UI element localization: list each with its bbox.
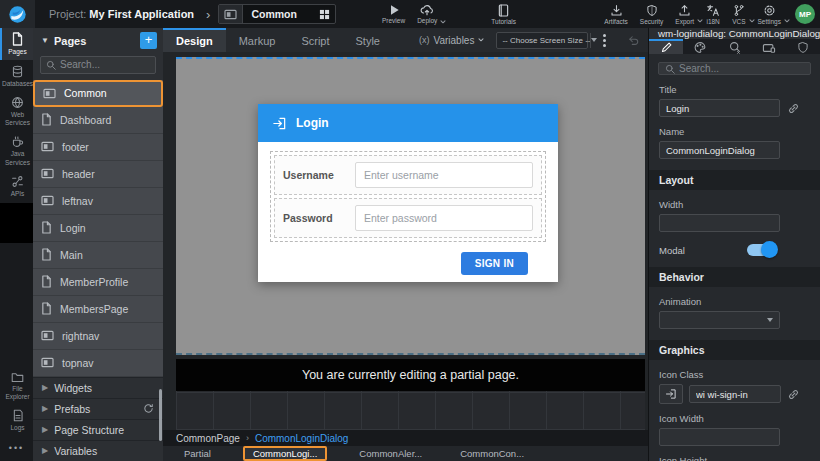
icon-width-input[interactable]: [659, 428, 780, 446]
tab-markup[interactable]: Markup: [226, 28, 289, 52]
section-prefabs[interactable]: ▶ Prefabs: [33, 398, 163, 419]
page-selector-value: Common: [243, 8, 319, 20]
tab-device[interactable]: [752, 39, 786, 54]
export-button[interactable]: Export: [669, 4, 700, 25]
login-dialog-widget[interactable]: Login Username Password SIGN IN: [258, 104, 558, 282]
tab-script[interactable]: Script: [288, 28, 342, 52]
page-item-main[interactable]: Main: [33, 242, 163, 269]
breadcrumb-parent[interactable]: CommonPage: [176, 433, 240, 444]
tab-partial[interactable]: Partial: [178, 448, 217, 459]
rail-item-apis[interactable]: APIs: [0, 171, 33, 203]
page-item-label: footer: [62, 141, 89, 153]
screen-size-select[interactable]: -- Choose Screen Size --: [496, 32, 588, 49]
pages-search[interactable]: [40, 56, 156, 74]
app-logo[interactable]: [0, 0, 35, 28]
section-widgets[interactable]: ▶ Widgets: [33, 377, 163, 398]
user-avatar[interactable]: MP: [795, 4, 815, 24]
page-item-memberprofile[interactable]: MemberProfile: [33, 269, 163, 296]
canvas-grid-area[interactable]: [176, 391, 645, 430]
section-variables[interactable]: ▶ Variables: [33, 440, 163, 461]
deploy-button[interactable]: Deploy: [411, 4, 443, 24]
tab-styles[interactable]: [683, 39, 717, 54]
shield-icon: [797, 41, 809, 54]
password-input[interactable]: [355, 205, 533, 231]
sign-in-button[interactable]: SIGN IN: [461, 252, 528, 275]
security-button[interactable]: Security: [634, 4, 669, 25]
settings-button[interactable]: Settings: [752, 4, 788, 25]
vcs-button[interactable]: VCS: [726, 4, 751, 25]
page-item-topnav[interactable]: topnav: [33, 350, 163, 377]
rail-label: Logs: [10, 424, 24, 432]
pages-scrollbar[interactable]: [159, 389, 162, 441]
rail-item-file-explorer[interactable]: File Explorer: [0, 367, 33, 405]
add-page-button[interactable]: +: [140, 32, 157, 49]
rail-item-databases[interactable]: Databases: [0, 60, 33, 92]
breadcrumb-current[interactable]: CommonLoginDialog: [255, 433, 348, 444]
username-field-row[interactable]: Username: [274, 155, 542, 195]
variables-dropdown[interactable]: (x) Variables: [419, 35, 484, 46]
title-field-label: Title: [659, 84, 810, 95]
page-item-label: MembersPage: [60, 303, 128, 315]
undo-button[interactable]: [627, 34, 640, 46]
page-item-leftnav[interactable]: leftnav: [33, 188, 163, 215]
partial-icon: [41, 168, 54, 179]
tab-security[interactable]: [786, 39, 820, 54]
action-label: Artifacts: [604, 18, 627, 25]
page-item-header[interactable]: header: [33, 161, 163, 188]
i18n-button[interactable]: i18N: [700, 4, 726, 25]
tutorials-button[interactable]: Tutorials: [485, 4, 522, 25]
form-fields-container[interactable]: Username Password: [270, 151, 546, 242]
title-field-input[interactable]: [659, 99, 780, 117]
animation-select[interactable]: [659, 311, 780, 329]
section-page-structure[interactable]: ▶ Page Structure: [33, 419, 163, 440]
icon-width-field-label: Icon Width: [659, 413, 810, 424]
password-field-row[interactable]: Password: [274, 198, 542, 238]
rail-item-pages[interactable]: Pages: [0, 28, 33, 60]
page-item-login[interactable]: Login: [33, 215, 163, 242]
toolbar-more-button[interactable]: [598, 30, 611, 51]
tab-design[interactable]: Design: [163, 28, 226, 52]
design-canvas[interactable]: Login Username Password SIGN IN: [163, 52, 648, 430]
refresh-icon[interactable]: [143, 403, 154, 414]
page-item-label: Dashboard: [60, 114, 111, 126]
expand-arrow-icon: ▶: [42, 404, 48, 413]
name-field-input[interactable]: [659, 141, 780, 159]
preview-button[interactable]: Preview: [376, 4, 411, 24]
action-label: Preview: [382, 17, 405, 24]
username-input[interactable]: [355, 162, 533, 188]
collapse-arrow-icon[interactable]: ▼: [41, 36, 49, 45]
inspector-search[interactable]: [658, 62, 811, 75]
page-item-footer[interactable]: footer: [33, 134, 163, 161]
bind-link-icon[interactable]: [787, 102, 800, 115]
pencil-icon: [660, 41, 673, 54]
pages-search-input[interactable]: [60, 59, 150, 70]
tab-events[interactable]: [717, 39, 751, 54]
tab-style[interactable]: Style: [343, 28, 393, 52]
password-label: Password: [283, 212, 355, 224]
modal-toggle[interactable]: [747, 244, 777, 256]
cloud-upload-icon: [420, 4, 434, 16]
section-label: Prefabs: [54, 403, 90, 415]
bind-link-icon[interactable]: [787, 388, 800, 401]
width-field-input[interactable]: [659, 214, 780, 232]
rail-item-web-services[interactable]: Web Services: [0, 92, 33, 131]
artifacts-button[interactable]: Artifacts: [598, 4, 633, 25]
action-label: Deploy: [417, 17, 437, 24]
page-item-rightnav[interactable]: rightnav: [33, 323, 163, 350]
page-item-memberspage[interactable]: MembersPage: [33, 296, 163, 323]
tab-common-login-dialog[interactable]: CommonLogi...: [243, 446, 327, 461]
rail-item-java-services[interactable]: Java Services: [0, 131, 33, 170]
device-icon: [762, 42, 776, 54]
tab-properties[interactable]: [649, 39, 683, 54]
icon-class-input[interactable]: [689, 385, 781, 403]
inspector-search-input[interactable]: [679, 63, 804, 74]
chevron-right-icon: ›: [206, 7, 210, 22]
page-selector-dropdown[interactable]: Common: [218, 4, 336, 24]
tab-common-confirm-dialog[interactable]: CommonCon...: [454, 448, 530, 459]
rail-overflow-button[interactable]: •••: [0, 437, 33, 461]
dialog-header[interactable]: Login: [258, 104, 558, 142]
tab-common-alert-dialog[interactable]: CommonAler...: [353, 448, 428, 459]
page-item-dashboard[interactable]: Dashboard: [33, 107, 163, 134]
page-item-common[interactable]: Common: [33, 80, 163, 107]
rail-item-logs[interactable]: Logs: [0, 405, 33, 437]
